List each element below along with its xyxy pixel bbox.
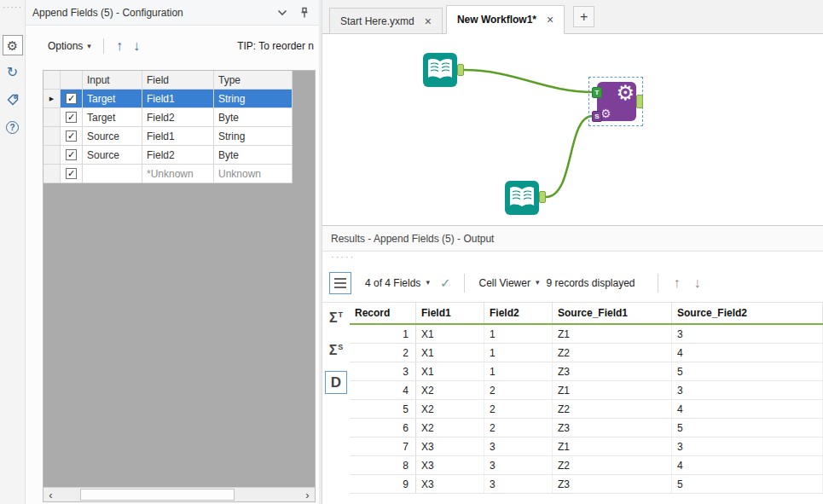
configuration-view-button[interactable]: ⚙ [3, 35, 23, 55]
move-field-up-button[interactable]: ↑ [111, 39, 128, 53]
results-table-row[interactable]: 6X22Z35 [350, 419, 823, 437]
metadata-tag-button[interactable] [3, 90, 23, 110]
anchor-output-button[interactable]: D [325, 371, 347, 394]
tab-new-workflow[interactable]: New Workflow1* × [446, 5, 565, 34]
input-cell[interactable]: Source [83, 127, 142, 146]
fields-dropdown[interactable]: 4 of 4 Fields ▾ [360, 273, 435, 293]
row-checkbox[interactable]: ✓ [61, 90, 83, 108]
results-cell: X2 [416, 419, 484, 437]
results-table-row[interactable]: 5X22Z24 [350, 400, 823, 419]
field-cell[interactable]: *Unknown [142, 165, 214, 183]
type-cell[interactable]: String [214, 90, 293, 108]
column-header-source-field1[interactable]: Source_Field1 [553, 303, 672, 323]
results-table-row[interactable]: 9X33Z35 [350, 475, 823, 494]
results-cell: Z2 [553, 456, 672, 474]
scrollbar-track[interactable] [58, 488, 300, 501]
results-cell: 3 [672, 381, 823, 399]
results-table-row[interactable]: 2X11Z24 [350, 344, 823, 362]
column-header-record[interactable]: Record [350, 303, 416, 323]
results-table-row[interactable]: 8X33Z24 [350, 456, 823, 475]
type-cell[interactable]: Byte [214, 108, 293, 127]
row-checkbox[interactable]: ✓ [61, 146, 83, 165]
apply-check-icon[interactable]: ✓ [440, 276, 451, 289]
config-grid-row[interactable]: ✓TargetField2Byte [43, 108, 293, 127]
results-table-row[interactable]: 3X11Z35 [350, 362, 823, 381]
chevron-down-icon [277, 9, 287, 16]
anchor-s-button[interactable]: Σ S [325, 339, 347, 362]
anchor-t-button[interactable]: Σ T [325, 306, 347, 329]
input-cell[interactable] [83, 165, 142, 183]
anchor-letter: T [339, 310, 344, 319]
results-cell: 1 [484, 344, 553, 362]
results-cell: 3 [484, 475, 553, 493]
results-cell: 1 [484, 362, 553, 380]
results-table-row[interactable]: 4X22Z13 [350, 381, 823, 400]
input-tool-bottom[interactable] [505, 181, 539, 215]
results-panel-header: Results - Append Fields (5) - Output [322, 226, 823, 252]
column-header-field2[interactable]: Field2 [484, 303, 553, 323]
results-table-row[interactable]: 7X33Z13 [350, 437, 823, 456]
move-field-down-button[interactable]: ↓ [128, 39, 145, 53]
type-cell[interactable]: Unknown [214, 165, 293, 183]
scroll-down-button[interactable]: ↓ [694, 276, 701, 290]
scroll-left-button[interactable]: ‹ [43, 488, 58, 501]
results-cell: Z1 [553, 437, 672, 455]
header-checkbox-cell[interactable] [61, 71, 83, 90]
row-marker-cell [43, 108, 61, 127]
column-header-field1[interactable]: Field1 [416, 303, 484, 323]
results-table-header: Record Field1 Field2 Source_Field1 Sourc… [350, 303, 823, 325]
row-checkbox[interactable]: ✓ [61, 127, 83, 146]
input-cell[interactable]: Target [83, 108, 142, 127]
connector-wire-top[interactable] [464, 70, 593, 92]
tab-start-here[interactable]: Start Here.yxmd × [329, 8, 443, 34]
caret-down-icon: ▾ [536, 279, 540, 287]
field-cell[interactable]: Field1 [142, 127, 214, 146]
output-anchor[interactable] [457, 64, 464, 76]
splitter-handle-dots[interactable]: ····· [331, 253, 355, 260]
scrollbar-thumb[interactable] [80, 489, 235, 501]
config-grid-row[interactable]: ✓SourceField2Byte [43, 146, 293, 165]
table-view-button[interactable] [329, 272, 351, 294]
new-tab-button[interactable]: + [573, 6, 594, 27]
config-grid-row[interactable]: ▶✓TargetField1String [43, 90, 293, 108]
source-input-anchor[interactable]: S [592, 111, 602, 122]
workflow-canvas[interactable]: ⚙ ⚙ T S [322, 34, 823, 225]
panel-menu-button[interactable] [275, 5, 290, 20]
target-input-anchor[interactable]: T [592, 87, 602, 98]
config-horizontal-scrollbar[interactable]: ‹ › [43, 487, 315, 501]
pin-panel-button[interactable] [297, 5, 312, 20]
toolbar-separator [464, 274, 465, 293]
input-cell[interactable]: Source [83, 146, 142, 165]
column-header-source-field2[interactable]: Source_Field2 [672, 303, 823, 323]
field-cell[interactable]: Field2 [142, 146, 214, 165]
header-type-column[interactable]: Type [214, 71, 293, 90]
type-cell[interactable]: Byte [214, 146, 293, 165]
header-input-column[interactable]: Input [83, 71, 142, 90]
config-grid-row[interactable]: ✓SourceField1String [43, 127, 293, 146]
workflow-settings-button[interactable]: ↻ [3, 62, 23, 83]
output-anchor[interactable] [636, 95, 643, 108]
cell-viewer-dropdown[interactable]: Cell Viewer ▾ [473, 273, 544, 293]
output-anchor[interactable] [539, 191, 546, 203]
input-tool-top[interactable] [423, 53, 457, 87]
input-cell[interactable]: Target [83, 90, 142, 108]
type-cell[interactable]: String [214, 127, 293, 146]
header-field-column[interactable]: Field [142, 71, 214, 90]
help-button[interactable]: ? [3, 117, 23, 137]
scroll-up-button[interactable]: ↑ [674, 276, 681, 290]
row-checkbox[interactable]: ✓ [61, 165, 83, 183]
workflow-tab-bar: Start Here.yxmd × New Workflow1* × + [322, 0, 823, 34]
close-icon[interactable]: × [547, 14, 553, 26]
options-menu-button[interactable]: Options ▾ [43, 37, 96, 55]
scroll-right-button[interactable]: › [300, 488, 315, 501]
results-cell: X3 [416, 475, 484, 493]
config-grid-row[interactable]: ✓*UnknownUnknown [43, 165, 293, 183]
close-icon[interactable]: × [425, 15, 432, 27]
append-fields-tool[interactable]: ⚙ ⚙ [597, 82, 636, 121]
field-cell[interactable]: Field1 [142, 90, 214, 108]
results-table-row[interactable]: 1X11Z13 [350, 325, 823, 344]
connector-wire-bottom[interactable] [546, 116, 593, 197]
field-cell[interactable]: Field2 [142, 108, 214, 127]
results-cell: Z3 [553, 362, 672, 380]
row-checkbox[interactable]: ✓ [61, 108, 83, 127]
